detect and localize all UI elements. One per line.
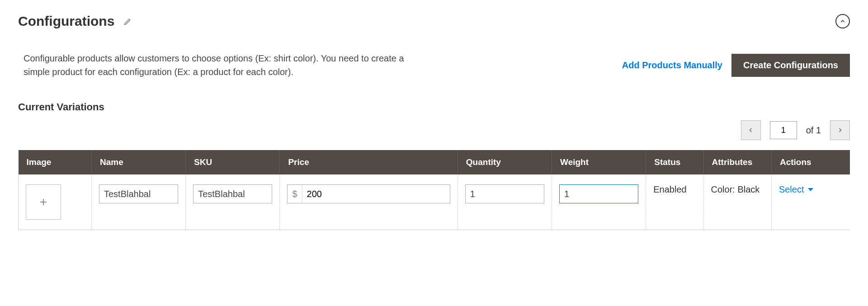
status-value: Enabled	[653, 184, 686, 194]
name-input[interactable]	[99, 184, 178, 203]
create-configurations-button[interactable]: Create Configurations	[731, 54, 850, 77]
col-header-quantity: Quantity	[458, 150, 552, 174]
col-header-sku: SKU	[186, 150, 280, 174]
attributes-value: Color: Black	[711, 184, 760, 194]
col-header-actions: Actions	[771, 150, 850, 174]
section-title: Configurations	[18, 14, 114, 29]
col-header-name: Name	[91, 150, 185, 174]
sku-input[interactable]	[193, 184, 272, 203]
table-row: + $ Enabled	[19, 174, 850, 230]
pencil-icon[interactable]	[123, 17, 132, 26]
col-header-image: Image	[19, 150, 92, 174]
col-header-status: Status	[646, 150, 703, 174]
prev-page-button[interactable]	[741, 120, 761, 140]
add-image-button[interactable]: +	[26, 184, 61, 220]
weight-input[interactable]	[559, 184, 638, 203]
quantity-input[interactable]	[465, 184, 544, 203]
collapse-toggle[interactable]	[835, 14, 850, 28]
page-number-input[interactable]	[770, 121, 797, 139]
plus-icon: +	[40, 195, 47, 209]
add-products-manually-link[interactable]: Add Products Manually	[622, 60, 722, 71]
variations-table: Image Name SKU Price Quantity Weight Sta…	[18, 150, 850, 230]
select-label: Select	[779, 184, 804, 195]
page-of-label: of 1	[806, 125, 821, 136]
col-header-weight: Weight	[552, 150, 646, 174]
currency-symbol: $	[288, 185, 302, 203]
price-input-wrap: $	[287, 184, 450, 203]
current-variations-heading: Current Variations	[18, 101, 850, 113]
price-input[interactable]	[302, 185, 450, 203]
col-header-attributes: Attributes	[703, 150, 771, 174]
pagination: of 1	[18, 120, 850, 140]
row-actions-select[interactable]: Select	[779, 184, 813, 195]
section-description: Configurable products allow customers to…	[24, 52, 430, 79]
col-header-price: Price	[280, 150, 458, 174]
caret-down-icon	[808, 188, 813, 191]
next-page-button[interactable]	[830, 120, 850, 140]
